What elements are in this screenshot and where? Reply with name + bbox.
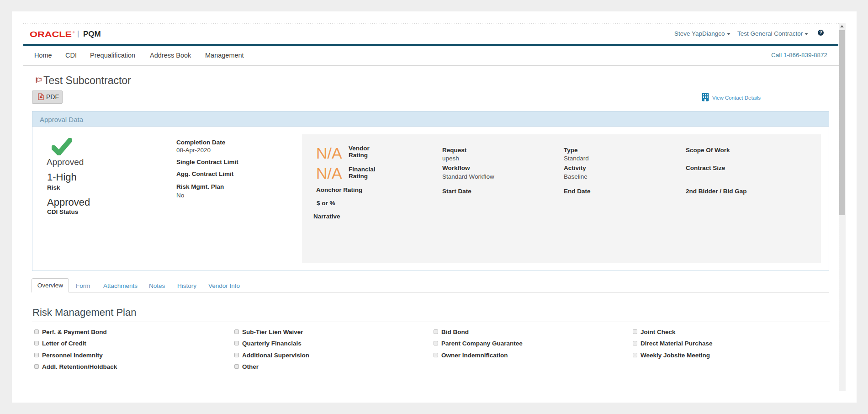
svg-text:ORACLE: ORACLE <box>30 31 72 38</box>
svg-text:®: ® <box>73 31 75 34</box>
